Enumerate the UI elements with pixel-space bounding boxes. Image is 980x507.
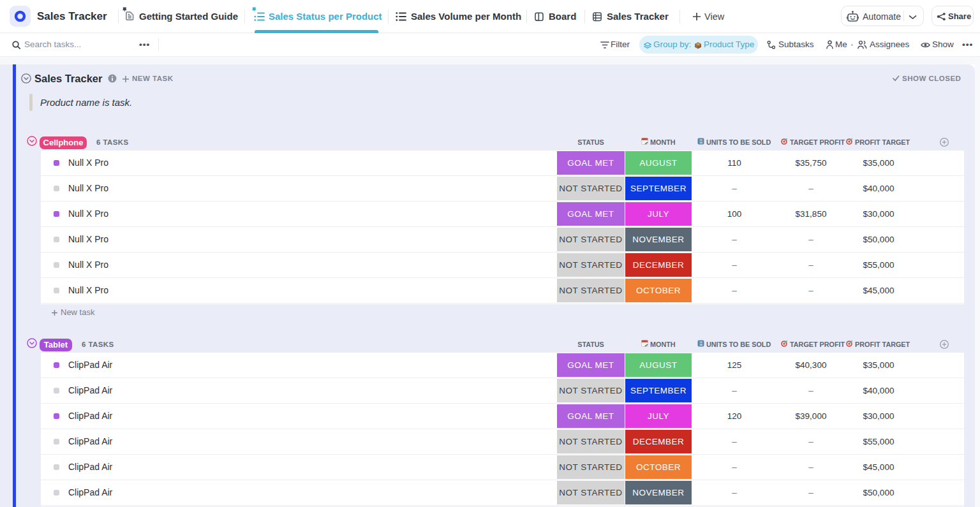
svg-text:34: 34: [699, 141, 702, 144]
svg-text:34: 34: [699, 343, 702, 346]
